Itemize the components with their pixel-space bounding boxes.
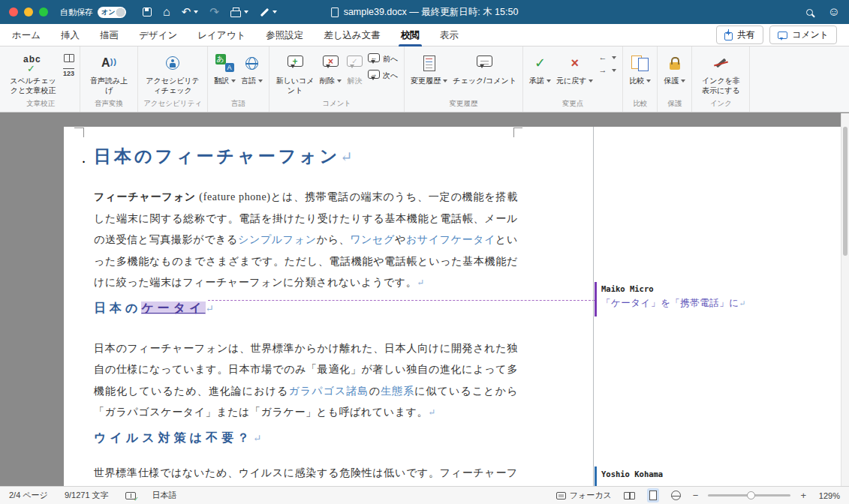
chevron-down-icon [337, 80, 342, 82]
proofing-status-icon[interactable] [125, 492, 136, 500]
plus-icon [800, 490, 806, 501]
minus-icon [693, 490, 699, 501]
revision-text-content: 「ケータイ」を「携帯電話」に [601, 298, 739, 308]
tab-view[interactable]: 表示 [440, 24, 459, 46]
zoom-in-button[interactable] [800, 490, 806, 500]
next-comment-icon [368, 70, 380, 79]
page-indicator[interactable]: 2/4 ページ [9, 490, 48, 501]
redo-button[interactable] [209, 5, 219, 19]
share-icon [724, 32, 733, 40]
button-label: 次へ [383, 70, 398, 81]
group-label: 保護 [661, 98, 688, 111]
body-paragraph[interactable]: 日本のフィーチャーフォンは、世界標準からかけ離れた、日本人向けに開発された独自の… [94, 338, 518, 424]
button-label: 音声読み上げ [90, 76, 128, 94]
word-count-button[interactable] [62, 67, 76, 79]
close-button[interactable] [9, 8, 18, 16]
tab-references[interactable]: 参照設定 [266, 24, 303, 46]
comments-label: コメント [792, 28, 829, 41]
group-label: 変更点 [527, 98, 619, 111]
delete-comment-button[interactable]: 削除 [318, 50, 344, 87]
vertical-scrollbar[interactable] [841, 113, 849, 486]
print-layout-button[interactable] [647, 488, 659, 502]
minimize-button[interactable] [24, 8, 33, 16]
next-change-button[interactable] [596, 65, 619, 75]
button-label: 前へ [383, 54, 398, 64]
format-paint-button[interactable] [260, 10, 277, 14]
next-comment-button[interactable]: 次へ [366, 69, 400, 82]
tab-mailings[interactable]: 差し込み文書 [324, 24, 381, 46]
print-button[interactable] [230, 7, 248, 17]
translate-button[interactable]: 翻訳 [212, 50, 238, 87]
tab-layout[interactable]: レイアウト [197, 24, 245, 46]
word-count-icon [63, 68, 74, 77]
resolve-comment-button[interactable]: 解決 [345, 50, 365, 87]
focus-mode-button[interactable]: フォーカス [556, 490, 612, 501]
feedback-button[interactable] [828, 5, 840, 19]
maximize-button[interactable] [39, 8, 48, 16]
ribbon-group-language: 翻訳 言語 言語 [208, 46, 269, 112]
thesaurus-button[interactable] [62, 52, 76, 64]
home-button[interactable] [163, 5, 170, 19]
zoom-slider-knob[interactable] [747, 491, 755, 500]
comments-button[interactable]: コメント [769, 26, 837, 44]
web-layout-button[interactable] [669, 488, 683, 502]
scrollbar-thumb[interactable] [843, 127, 847, 256]
titlebar-right-actions [806, 5, 840, 19]
revision-entry[interactable]: Yoshio Kohama [594, 466, 841, 478]
autosave-toggle[interactable]: オン [98, 7, 126, 18]
save-button[interactable] [143, 8, 152, 16]
spellcheck-button[interactable]: スペルチェックと文章校正 [5, 50, 61, 97]
check-comments-button[interactable]: チェック/コメント [450, 50, 519, 87]
revision-entry[interactable]: Maiko Micro 「ケータイ」を「携帯電話」に↵ [594, 284, 841, 310]
accessibility-check-button[interactable]: アクセシビリティチェック [142, 50, 203, 97]
word-count-indicator[interactable]: 9/1271 文字 [65, 490, 109, 501]
read-mode-button[interactable] [622, 490, 637, 502]
tab-draw[interactable]: 描画 [100, 24, 119, 46]
section-heading-with-insertion[interactable]: 日本のケータイ↵ [94, 300, 518, 317]
button-label: アクセシビリティチェック [146, 76, 200, 94]
previous-change-button[interactable] [596, 52, 619, 62]
tab-insert[interactable]: 挿入 [61, 24, 80, 46]
hide-ink-button[interactable]: インクを非表示にする [696, 50, 745, 97]
previous-comment-button[interactable]: 前へ [366, 52, 400, 66]
compare-button[interactable]: 比較 [627, 50, 653, 87]
language-indicator[interactable]: 日本語 [152, 490, 177, 501]
share-button[interactable]: 共有 [716, 26, 763, 44]
tab-home[interactable]: ホーム [12, 24, 41, 46]
section-heading[interactable]: ウイルス対策は不要？↵ [94, 430, 518, 447]
document-page[interactable]: ·日本のフィーチャーフォン↵ フィーチャーフォン (feature phone)… [64, 127, 593, 486]
chevron-down-icon [272, 10, 277, 14]
ribbon-group-accessibility: アクセシビリティチェック アクセシビリティ [138, 46, 208, 112]
zoom-slider[interactable] [708, 494, 790, 496]
lock-icon [670, 62, 680, 70]
quick-access-toolbar [143, 5, 277, 19]
share-label: 共有 [737, 28, 755, 41]
undo-icon [182, 5, 191, 19]
protect-button[interactable]: 保護 [661, 50, 688, 87]
read-aloud-button[interactable]: 音声読み上げ [84, 50, 134, 97]
previous-change-icon [598, 53, 607, 62]
zoom-out-button[interactable] [693, 490, 699, 500]
ribbon-group-speech: 音声読み上げ 音声変換 [80, 46, 138, 112]
search-button[interactable] [806, 5, 813, 19]
body-paragraph[interactable]: フィーチャーフォン (feature phone)とは、携帯電話の端末のうち、一… [94, 187, 518, 294]
zoom-level[interactable]: 129% [816, 491, 840, 500]
search-icon [806, 9, 813, 16]
chevron-down-icon [589, 80, 593, 82]
language-button[interactable]: 言語 [239, 50, 265, 87]
chevron-down-icon [646, 80, 651, 82]
ribbon-group-changes: 承諾 元に戻す 変更点 [523, 46, 623, 112]
document-title-text: sample39.docx — 最終更新日時: 木 15:50 [344, 6, 519, 19]
document-heading-1[interactable]: ·日本のフィーチャーフォン↵ [94, 146, 518, 169]
track-changes-button[interactable]: 変更履歴 [408, 50, 450, 87]
group-label: 音声変換 [84, 98, 134, 111]
tab-design[interactable]: デザイン [139, 24, 177, 46]
reject-button[interactable]: 元に戻す [554, 50, 595, 87]
ribbon-group-protect: 保護 保護 [658, 46, 692, 112]
previous-comment-icon [368, 53, 380, 62]
accept-button[interactable]: 承諾 [527, 50, 553, 87]
undo-button[interactable] [182, 5, 199, 19]
new-comment-button[interactable]: 新しいコメント [273, 50, 317, 97]
tab-review[interactable]: 校閲 [401, 24, 420, 46]
autosave-label: 自動保存 [60, 7, 93, 18]
